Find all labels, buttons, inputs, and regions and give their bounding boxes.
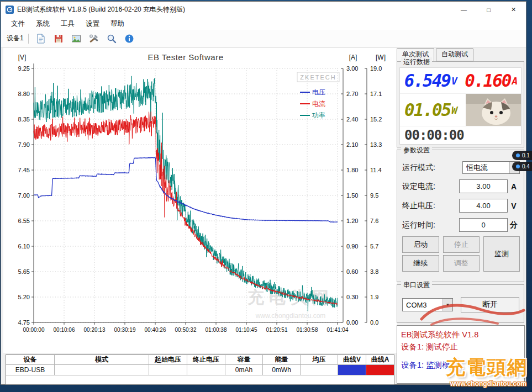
save-icon[interactable] [52,32,65,45]
close-button[interactable]: ✕ [501,2,526,18]
chart-canvas: 充电头网www.chongdiantou.com9.253.0019.08.80… [3,48,397,353]
svg-text:00:30:19: 00:30:19 [114,327,136,333]
monitor-button[interactable]: 监测 [483,236,520,272]
voltage-unit: V [451,75,456,87]
status-dot-icon [516,153,520,157]
image-icon[interactable] [70,32,83,45]
svg-text:2.40: 2.40 [346,116,358,123]
svg-text:00:40:26: 00:40:26 [145,327,166,333]
run-mode-label: 运行模式: [402,163,435,173]
zoom-icon[interactable] [105,32,118,45]
start-button[interactable]: 启动 [402,236,439,253]
svg-text:1.50: 1.50 [346,192,358,199]
minimize-button[interactable]: — [451,2,476,18]
info-icon[interactable] [123,32,136,45]
svg-text:0.00: 0.00 [346,319,358,326]
menu-help[interactable]: 帮助 [105,18,130,30]
svg-text:3.00: 3.00 [346,65,358,72]
svg-text:2.70: 2.70 [346,91,358,97]
cell-avg-voltage [301,365,338,375]
current-value: 0.160 [465,71,510,91]
set-current-label: 设定电流: [402,182,435,192]
svg-text:9.25: 9.25 [18,65,30,72]
overlay-pill-1[interactable]: 0.1 [512,151,532,160]
col-device: 设备 [6,355,55,365]
status-log: EB测试系统软件 V1.8 设备1: 测试停止 设备1: 监测模式 [397,325,525,384]
overlay-value: 0.4 [522,163,530,169]
disconnect-button[interactable]: 断开 [461,297,519,312]
content-area: 充电头网www.chongdiantou.com9.253.0019.08.80… [1,47,526,384]
cutoff-voltage-label: 终止电压: [402,201,435,211]
col-avg-voltage: 均压 [301,355,338,365]
svg-text:00:50:32: 00:50:32 [175,327,197,333]
col-end-voltage: 终止电压 [187,355,225,365]
svg-text:5.65: 5.65 [18,268,30,275]
svg-text:5.20: 5.20 [18,294,30,300]
svg-text:0.30: 0.30 [346,294,358,300]
stop-button[interactable]: 停止 [443,236,480,253]
cell-device: EBD-USB [6,365,55,375]
svg-text:0.90: 0.90 [346,243,358,250]
new-file-icon[interactable] [34,32,48,45]
col-mode: 模式 [55,355,149,365]
menu-system[interactable]: 系统 [30,18,55,30]
status-line: EB测试系统软件 V1.8 [401,330,520,341]
params-group: 参数设置 运行模式: 恒电流 ▼ 设定电流: A 终止电压: V [397,150,524,282]
params-group-label: 参数设置 [401,146,432,155]
curve-v-swatch[interactable] [338,365,366,375]
svg-text:电压: 电压 [312,88,325,96]
tab-auto-test[interactable]: 自动测试 [436,48,473,61]
svg-text:3.8: 3.8 [370,268,378,275]
svg-text:01:20:51: 01:20:51 [266,327,288,333]
cutoff-voltage-input[interactable] [459,199,508,213]
svg-text:www.chongdiantou.com: www.chongdiantou.com [255,312,326,320]
status-line: 设备1: 测试停止 [401,342,520,353]
chart-title: EB Tester Software [3,52,368,62]
com-port-select[interactable]: COM3 ▼ [402,298,453,311]
power-readout: 01.05 W [400,94,466,126]
cell-capacity: 0mAh [225,365,263,375]
svg-text:7.00: 7.00 [18,192,30,199]
chevron-down-icon[interactable]: ▼ [443,299,452,311]
menu-tools[interactable]: 工具 [55,18,80,30]
results-table: 设备 模式 起始电压 终止电压 容量 能量 均压 曲线V 曲线A EBD-USB… [6,354,394,385]
app-icon [6,6,14,14]
menubar: 文件 系统 工具 设置 帮助 [1,18,526,30]
run-time-input[interactable] [459,218,508,232]
svg-text:0.60: 0.60 [346,268,358,275]
menu-settings[interactable]: 设置 [80,18,105,30]
svg-text:17.1: 17.1 [370,91,382,97]
cutoff-voltage-unit: V [508,202,520,210]
curve-a-swatch[interactable] [366,365,394,375]
toolbar: 设备1 [1,30,526,47]
resume-button[interactable]: 继续 [402,255,439,272]
menu-file[interactable]: 文件 [6,18,30,30]
titlebar: EB测试系统软件 V1.8.5 (Build 2016-02-20 充电头特别版… [1,2,526,18]
col-capacity: 容量 [225,355,263,365]
device-tab[interactable]: 设备1 [7,34,28,43]
adjust-button[interactable]: 调整 [443,255,480,272]
tools-icon[interactable] [87,32,101,45]
cell-start-voltage [149,365,187,375]
cell-end-voltage [187,365,225,375]
svg-text:8.80: 8.80 [18,91,30,97]
svg-text:5.7: 5.7 [370,243,378,250]
cell-mode [55,365,149,375]
svg-text:6.10: 6.10 [18,243,30,250]
col-start-voltage: 起始电压 [149,355,187,365]
serial-group: 串口设置 COM3 ▼ 断开 [397,284,524,323]
col-curve-a: 曲线A [366,355,394,365]
svg-text:00:00:00: 00:00:00 [23,327,45,333]
run-time-label: 运行时间: [402,220,435,230]
current-readout: 0.160 A [461,68,522,93]
table-row[interactable]: EBD-USB 0mAh 0mWh [6,365,394,375]
overlay-pill-2[interactable]: 0.4 [512,162,532,171]
table-header-row: 设备 模式 起始电压 终止电压 容量 能量 均压 曲线V 曲线A [6,355,394,365]
run-mode-select[interactable]: 恒电流 ▼ [462,161,520,174]
power-value: 01.05 [404,100,450,120]
current-unit: A [512,75,517,87]
run-time-unit: 分 [508,220,520,230]
set-current-input[interactable] [459,179,508,193]
maximize-button[interactable]: □ [476,2,501,18]
svg-text:9.5: 9.5 [370,192,378,199]
